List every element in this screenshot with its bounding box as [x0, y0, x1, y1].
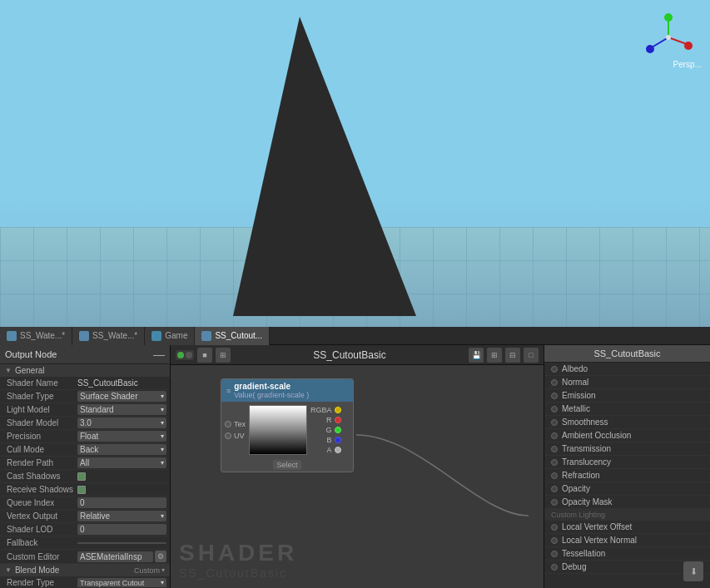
gradient-node-body: Tex UV RGBA R [221, 402, 353, 458]
output-node-collapse-button[interactable]: — [153, 348, 165, 361]
port-transmission[interactable]: Transmission [544, 442, 710, 456]
port-dot-translucency [551, 459, 558, 466]
tab-bar: SS_Wate...* SS_Wate...* Game SS_Cutout..… [0, 327, 710, 345]
toolbar-btn-1[interactable]: ■ [197, 348, 212, 363]
port-dot-opacity [551, 486, 558, 492]
shader-type-row: Shader Type Surface Shader [0, 390, 170, 403]
gradient-node-outputs: RGBA R G B A [310, 405, 341, 455]
port-dot-local-vertex-offset [551, 524, 558, 531]
port-translucency[interactable]: Translucency [544, 456, 710, 469]
output-node-content[interactable]: General Shader Name SS_CutoutBasic Shade… [0, 364, 170, 587]
light-model-row: Light Model Standard [0, 403, 170, 417]
node-output-rgba: RGBA [310, 406, 341, 414]
node-output-a: A [310, 446, 341, 454]
shader-watermark-subtitle: SS_CutoutBasic [179, 566, 297, 580]
gradient-node-title: gradient-scale [234, 382, 309, 391]
port-r[interactable] [335, 417, 341, 423]
toolbar-icons: 💾 ⊞ ⊟ □ [469, 348, 539, 363]
port-dot-ambient-occlusion [551, 432, 558, 439]
port-dot-transmission [551, 446, 558, 452]
port-dot-refraction [551, 472, 558, 479]
render-path-row: Render Path All [0, 457, 170, 470]
receive-shadows-row: Receive Shadows [0, 483, 170, 497]
port-dot-albedo [551, 366, 558, 373]
cull-mode-row: Cull Mode Back [0, 443, 170, 457]
3d-viewport[interactable]: Persp... [0, 0, 710, 327]
fallback-row: Fallback [0, 536, 170, 550]
port-opacity[interactable]: Opacity [544, 482, 710, 496]
port-dot-opacity-mask [551, 499, 558, 506]
shader-lod-row: Shader LOD 0 [0, 523, 170, 536]
port-dot-emission [551, 393, 558, 399]
viewport-gizmo[interactable] [643, 12, 693, 62]
receive-shadows-checkbox[interactable] [77, 486, 86, 494]
toggle-off-dot [186, 352, 192, 358]
port-tessellation[interactable]: Tessellation [544, 547, 710, 561]
port-refraction[interactable]: Refraction [544, 469, 710, 482]
shader-model-row: Shader Model 3.0 [0, 417, 170, 430]
tab-ss-water-2[interactable]: SS_Wate...* [72, 327, 145, 345]
viewport-persp-label: Persp... [673, 60, 702, 69]
cast-shadows-checkbox[interactable] [77, 472, 86, 481]
tab-ss-cutout[interactable]: SS_Cutout... [195, 327, 270, 345]
port-local-vertex-offset[interactable]: Local Vertex Offset [544, 521, 710, 534]
custom-editor-gear[interactable]: ⚙ [155, 551, 166, 562]
output-node-header: Output Node — [0, 345, 170, 364]
svg-point-6 [666, 35, 671, 40]
port-g[interactable] [335, 427, 341, 433]
svg-point-1 [664, 13, 673, 22]
svg-line-2 [668, 37, 687, 44]
gradient-scale-node[interactable]: ≡ gradient-scale Value( gradient-scale )… [221, 378, 354, 472]
gradient-node-select-btn[interactable]: Select [273, 460, 300, 470]
port-tex [225, 421, 231, 427]
download-button[interactable]: ⬇ [683, 561, 703, 581]
node-input-tex[interactable]: Tex [225, 420, 246, 428]
toolbar-toggle[interactable] [176, 350, 194, 360]
port-metallic[interactable]: Metallic [544, 403, 710, 416]
output-node-title: Output Node [5, 349, 57, 359]
port-smoothness[interactable]: Smoothness [544, 416, 710, 429]
port-opacity-mask[interactable]: Opacity Mask [544, 496, 710, 509]
custom-lighting-divider: Custom Lighting [544, 509, 710, 521]
port-local-vertex-normal[interactable]: Local Vertex Normal [544, 534, 710, 547]
output-node-panel: Output Node — General Shader Name SS_Cut… [0, 345, 171, 588]
gradient-preview [249, 405, 307, 455]
blend-mode-section-header[interactable]: Blend Mode Custom ▾ [0, 564, 170, 576]
port-b[interactable] [335, 437, 341, 443]
port-dot-normal [551, 379, 558, 386]
queue-index-row: Queue Index 0 [0, 497, 170, 510]
port-emission[interactable]: Emission [544, 389, 710, 403]
shader-watermark-title: SHADER [179, 540, 297, 566]
editor-area: Output Node — General Shader Name SS_Cut… [0, 345, 710, 588]
port-dot-metallic [551, 406, 558, 413]
toolbar-btn-2[interactable]: ⊞ [216, 348, 231, 363]
node-output-b: B [310, 436, 341, 444]
gradient-node-header: ≡ gradient-scale Value( gradient-scale ) [221, 379, 353, 402]
toolbar-icon-maximize[interactable]: □ [524, 348, 539, 363]
port-rgba[interactable] [335, 407, 341, 413]
toggle-green-dot [177, 352, 184, 358]
port-a[interactable] [335, 447, 341, 453]
port-albedo[interactable]: Albedo [544, 363, 710, 376]
toolbar-icon-layout[interactable]: ⊟ [505, 348, 520, 363]
port-normal[interactable]: Normal [544, 376, 710, 389]
general-section-header[interactable]: General [0, 364, 170, 377]
tab-ss-water-1[interactable]: SS_Wate...* [0, 327, 72, 345]
cast-shadows-row: Cast Shadows [0, 470, 170, 483]
toolbar-icon-grid[interactable]: ⊞ [487, 348, 502, 363]
node-input-uv[interactable]: UV [225, 432, 246, 440]
node-output-g: G [310, 426, 341, 434]
node-editor[interactable]: ■ ⊞ SS_CutoutBasic 💾 ⊞ ⊟ □ ≡ gradient-sc… [171, 345, 544, 588]
port-ambient-occlusion[interactable]: Ambient Occlusion [544, 429, 710, 442]
port-uv [225, 432, 231, 439]
mesh-plane [233, 17, 416, 316]
right-panel-header: SS_CutoutBasic [544, 345, 710, 363]
toolbar-icon-save[interactable]: 💾 [469, 348, 484, 363]
tab-game[interactable]: Game [145, 327, 195, 345]
port-dot-local-vertex-normal [551, 537, 558, 544]
port-dot-tessellation [551, 551, 558, 557]
port-dot-debug [551, 564, 558, 571]
gradient-node-footer: Select [221, 458, 353, 472]
shader-name-row: Shader Name SS_CutoutBasic [0, 377, 170, 390]
shader-watermark: SHADER SS_CutoutBasic [179, 540, 297, 580]
